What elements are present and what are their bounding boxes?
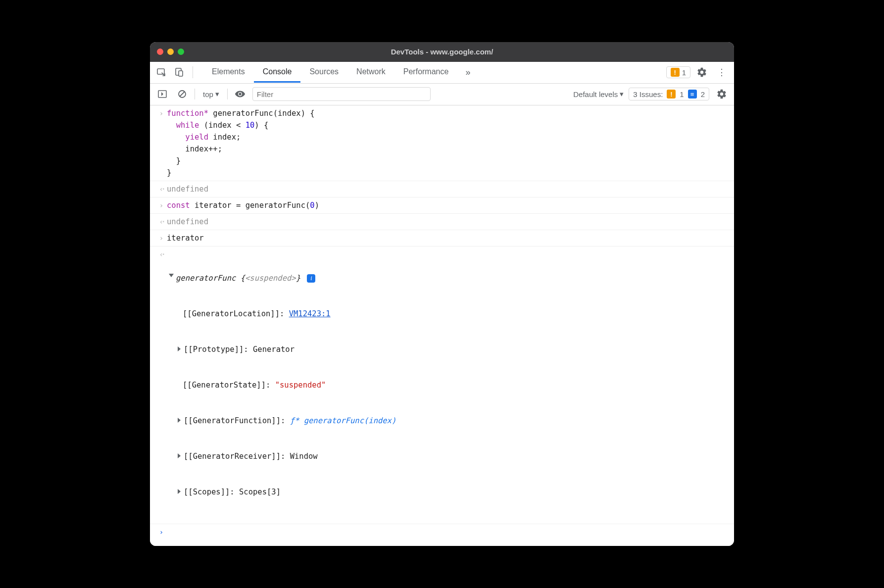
- devtools-window: DevTools - www.google.com/ Elements Cons…: [150, 42, 734, 546]
- console-output-row: generatorFunc {<suspended>} i [[Generato…: [150, 246, 734, 524]
- object-header[interactable]: generatorFunc {<suspended>} i: [169, 272, 728, 284]
- code-text: iterator = generatorFunc(: [190, 201, 310, 210]
- code-text: }: [167, 168, 171, 177]
- console-input-row[interactable]: const iterator = generatorFunc(0): [150, 197, 734, 214]
- code-block: const iterator = generatorFunc(0): [167, 199, 728, 211]
- more-tabs-button[interactable]: »: [460, 67, 475, 78]
- code-block: function* generatorFunc(index) { while (…: [167, 107, 728, 179]
- console-settings-button[interactable]: [714, 87, 729, 101]
- disclosure-triangle-icon[interactable]: [178, 453, 181, 458]
- object-property[interactable]: [[Scopes]]: Scopes[3]: [169, 486, 728, 498]
- kebab-menu[interactable]: ⋮: [713, 67, 730, 78]
- context-label: top: [203, 90, 213, 98]
- input-marker-icon: [156, 199, 167, 211]
- property-value: Window: [290, 452, 318, 461]
- object-property[interactable]: [[GeneratorFunction]]: ƒ* generatorFunc(…: [169, 415, 728, 427]
- minimize-button[interactable]: [167, 49, 174, 55]
- property-value: ƒ* generatorFunc(index): [290, 416, 396, 425]
- separator: [193, 66, 193, 78]
- inspect-icon[interactable]: [154, 65, 169, 80]
- log-level-selector[interactable]: Default levels ▾: [573, 90, 624, 98]
- warning-icon: !: [667, 90, 676, 98]
- issues-label: 3 Issues:: [633, 90, 663, 98]
- issues-warn-count: 1: [680, 90, 684, 98]
- issues-box[interactable]: 3 Issues: ! 1 ≡ 2: [629, 88, 709, 100]
- code-text: }: [176, 156, 181, 165]
- console-prompt-row[interactable]: [150, 524, 734, 546]
- object-class-name: generatorFunc: [176, 274, 236, 283]
- keyword: const: [167, 201, 190, 210]
- traffic-lights: [157, 49, 184, 55]
- disclosure-triangle-open-icon[interactable]: [169, 274, 174, 280]
- property-value: Generator: [253, 345, 295, 354]
- maximize-button[interactable]: [178, 49, 184, 55]
- output-marker-icon: [156, 216, 167, 228]
- titlebar: DevTools - www.google.com/: [150, 42, 734, 62]
- tab-console[interactable]: Console: [254, 62, 301, 83]
- code-text: (index <: [199, 121, 245, 130]
- number: 0: [310, 201, 314, 210]
- code-text: index++;: [185, 145, 222, 153]
- warning-icon: !: [671, 68, 680, 77]
- input-marker-icon: [156, 232, 167, 244]
- console-output-row: undefined: [150, 214, 734, 230]
- object-property[interactable]: [[GeneratorReceiver]]: Window: [169, 450, 728, 462]
- console-prompt-input[interactable]: [167, 526, 728, 538]
- svg-rect-0: [157, 69, 164, 74]
- console-sidebar-toggle[interactable]: [155, 87, 170, 101]
- disclosure-triangle-icon[interactable]: [178, 418, 181, 423]
- object-property[interactable]: [[Prototype]]: Generator: [169, 343, 728, 355]
- keyword: while: [176, 121, 199, 130]
- level-label: Default levels: [573, 90, 618, 98]
- object-tree: generatorFunc {<suspended>} i [[Generato…: [167, 248, 728, 522]
- undefined-output: undefined: [167, 216, 728, 228]
- code-text: generatorFunc(index) {: [208, 109, 315, 118]
- disclosure-triangle-icon[interactable]: [178, 489, 181, 494]
- separator: [195, 89, 195, 99]
- console-filter-input[interactable]: [252, 87, 431, 101]
- tabbar: Elements Console Sources Network Perform…: [150, 62, 734, 84]
- output-marker-icon: [156, 248, 167, 522]
- chevron-down-icon: ▾: [215, 90, 219, 98]
- tab-sources[interactable]: Sources: [300, 62, 347, 83]
- keyword: function*: [167, 109, 208, 118]
- header-issues-pill[interactable]: ! 1: [666, 66, 690, 78]
- chevron-down-icon: ▾: [620, 90, 624, 98]
- output-marker-icon: [156, 183, 167, 195]
- object-property[interactable]: [[GeneratorState]]: "suspended": [169, 379, 728, 391]
- window-title: DevTools - www.google.com/: [391, 48, 493, 56]
- disclosure-triangle-icon[interactable]: [178, 346, 181, 351]
- property-value: "suspended": [275, 381, 326, 390]
- clear-console-button[interactable]: [175, 87, 190, 101]
- source-link[interactable]: VM12423:1: [289, 309, 331, 318]
- console-body: function* generatorFunc(index) { while (…: [150, 105, 734, 546]
- input-marker-icon: [156, 107, 167, 179]
- console-toolbar: top ▾ Default levels ▾ 3 Issues: ! 1 ≡ 2: [150, 84, 734, 105]
- console-input-row[interactable]: function* generatorFunc(index) { while (…: [150, 105, 734, 181]
- info-icon[interactable]: i: [307, 274, 315, 283]
- tab-elements[interactable]: Elements: [203, 62, 254, 83]
- code-text: ) {: [254, 121, 268, 130]
- code-text: index;: [208, 133, 241, 142]
- issues-info-count: 2: [701, 90, 705, 98]
- number: 10: [246, 121, 255, 130]
- prompt-marker-icon: [156, 526, 167, 538]
- undefined-output: undefined: [167, 183, 728, 195]
- svg-rect-2: [179, 71, 183, 76]
- live-expression-button[interactable]: [233, 87, 247, 101]
- tab-performance[interactable]: Performance: [394, 62, 458, 83]
- console-input-row[interactable]: iterator: [150, 230, 734, 246]
- settings-button[interactable]: [694, 65, 709, 80]
- object-state: <suspended>: [245, 274, 296, 283]
- object-property[interactable]: [[GeneratorLocation]]: VM12423:1: [169, 308, 728, 320]
- code-text: iterator: [167, 232, 728, 244]
- keyword: yield: [185, 133, 208, 142]
- device-toggle-icon[interactable]: [172, 65, 187, 80]
- context-selector[interactable]: top ▾: [200, 89, 222, 99]
- property-value: Scopes[3]: [239, 488, 281, 496]
- code-text: ): [315, 201, 319, 210]
- separator: [227, 89, 228, 99]
- tab-network[interactable]: Network: [347, 62, 394, 83]
- close-button[interactable]: [157, 49, 163, 55]
- console-output-row: undefined: [150, 181, 734, 197]
